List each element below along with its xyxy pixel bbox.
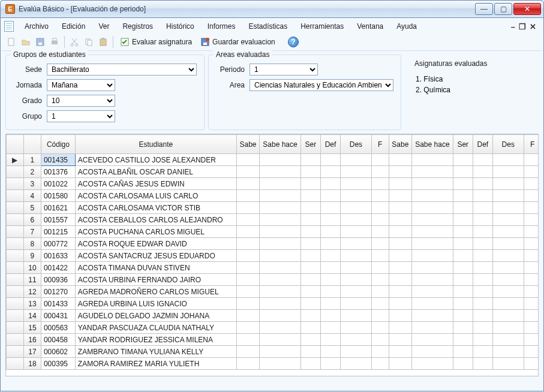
cell-empty[interactable] — [300, 358, 320, 370]
cell-empty[interactable] — [412, 154, 453, 166]
cell-empty[interactable] — [236, 166, 259, 178]
open-icon[interactable] — [20, 36, 32, 48]
minimize-button[interactable]: — — [475, 3, 493, 15]
menu-registros[interactable]: Registros — [116, 20, 159, 32]
cell-empty[interactable] — [320, 202, 340, 214]
cell-codigo[interactable]: 001215 — [41, 226, 75, 238]
cell-empty[interactable] — [524, 310, 538, 322]
cell-estudiante[interactable]: ACEVEDO CASTILLO JOSE ALEXANDER — [75, 154, 236, 166]
cell-empty[interactable] — [473, 298, 492, 310]
cell-empty[interactable] — [236, 238, 259, 250]
cell-empty[interactable] — [389, 214, 411, 226]
cell-empty[interactable] — [260, 154, 301, 166]
cell-empty[interactable] — [389, 274, 411, 286]
cell-empty[interactable] — [412, 202, 453, 214]
periodo-select[interactable]: 1 — [250, 64, 318, 76]
close-button[interactable]: ✕ — [513, 3, 541, 15]
cell-empty[interactable] — [341, 154, 372, 166]
cell-empty[interactable] — [371, 238, 389, 250]
cell-empty[interactable] — [389, 358, 411, 370]
cell-codigo[interactable]: 001580 — [41, 190, 75, 202]
menu-ver[interactable]: Ver — [92, 20, 115, 32]
cell-empty[interactable] — [389, 226, 411, 238]
cell-empty[interactable] — [341, 334, 372, 346]
cell-estudiante[interactable]: AGREDA MADROÑERO CARLOS MIGUEL — [75, 286, 236, 298]
cell-empty[interactable] — [320, 310, 340, 322]
cell-empty[interactable] — [320, 334, 340, 346]
cell-empty[interactable] — [341, 250, 372, 262]
table-row[interactable]: 2001376ACOSTA ALBAÑIL OSCAR DANIEL — [7, 166, 539, 178]
cell-codigo[interactable]: 001621 — [41, 202, 75, 214]
col-f-1[interactable]: F — [371, 135, 389, 154]
cell-empty[interactable] — [236, 154, 259, 166]
cell-empty[interactable] — [412, 334, 453, 346]
cell-empty[interactable] — [389, 310, 411, 322]
cell-empty[interactable] — [341, 202, 372, 214]
cell-empty[interactable] — [260, 166, 301, 178]
cut-icon[interactable] — [68, 36, 80, 48]
cell-empty[interactable] — [492, 178, 524, 190]
cell-empty[interactable] — [492, 274, 524, 286]
cell-empty[interactable] — [260, 238, 301, 250]
cell-empty[interactable] — [412, 310, 453, 322]
table-row[interactable]: 6001557ACOSTA CEBALLOS CARLOS ALEJANDRO — [7, 214, 539, 226]
cell-codigo[interactable]: 000563 — [41, 322, 75, 334]
cell-empty[interactable] — [524, 190, 538, 202]
menu-informes[interactable]: Informes — [202, 20, 242, 32]
cell-empty[interactable] — [320, 238, 340, 250]
table-row[interactable]: 9001633ACOSTA SANTACRUZ JESUS EDUARDO — [7, 250, 539, 262]
cell-empty[interactable] — [524, 166, 538, 178]
cell-empty[interactable] — [412, 166, 453, 178]
cell-empty[interactable] — [320, 178, 340, 190]
cell-estudiante[interactable]: ACOSTA URBINA FERNANDO JAIRO — [75, 274, 236, 286]
cell-empty[interactable] — [236, 262, 259, 274]
cell-empty[interactable] — [453, 214, 473, 226]
cell-empty[interactable] — [341, 238, 372, 250]
cell-empty[interactable] — [492, 190, 524, 202]
cell-estudiante[interactable]: ACOSTA CARLOSAMA LUIS CARLO — [75, 190, 236, 202]
cell-empty[interactable] — [412, 178, 453, 190]
students-grid[interactable]: Código Estudiante Sabe Sabe hace Ser Def… — [5, 134, 539, 376]
cell-empty[interactable] — [412, 346, 453, 358]
cell-empty[interactable] — [412, 190, 453, 202]
maximize-button[interactable]: ▢ — [494, 3, 512, 15]
cell-empty[interactable] — [341, 358, 372, 370]
cell-empty[interactable] — [300, 286, 320, 298]
cell-empty[interactable] — [320, 166, 340, 178]
table-row[interactable]: ▶1001435ACEVEDO CASTILLO JOSE ALEXANDER — [7, 154, 539, 166]
cell-estudiante[interactable]: ACOSTA PUCHANA CARLOS MIGUEL — [75, 226, 236, 238]
cell-empty[interactable] — [473, 214, 492, 226]
cell-empty[interactable] — [320, 358, 340, 370]
table-row[interactable]: 18000395ZAMORA RAMIREZ MARIA YULIETH — [7, 358, 539, 370]
cell-empty[interactable] — [300, 238, 320, 250]
menu-herramientas[interactable]: Herramientas — [294, 20, 350, 32]
sede-select[interactable]: Bachillerato — [47, 64, 197, 76]
mdi-minimize-button[interactable]: – — [511, 22, 515, 31]
cell-codigo[interactable]: 001557 — [41, 214, 75, 226]
cell-empty[interactable] — [524, 238, 538, 250]
cell-empty[interactable] — [492, 238, 524, 250]
cell-empty[interactable] — [389, 322, 411, 334]
cell-empty[interactable] — [473, 262, 492, 274]
cell-empty[interactable] — [412, 262, 453, 274]
cell-empty[interactable] — [389, 250, 411, 262]
cell-empty[interactable] — [236, 358, 259, 370]
area-select[interactable]: Ciencias Naturales y Educación Ambiental — [250, 79, 393, 91]
cell-empty[interactable] — [453, 154, 473, 166]
cell-empty[interactable] — [453, 334, 473, 346]
cell-empty[interactable] — [453, 346, 473, 358]
cell-empty[interactable] — [524, 154, 538, 166]
mdi-close-button[interactable]: ✕ — [530, 22, 536, 31]
new-icon[interactable] — [5, 36, 17, 48]
cell-empty[interactable] — [473, 154, 492, 166]
cell-empty[interactable] — [389, 298, 411, 310]
cell-empty[interactable] — [371, 190, 389, 202]
cell-empty[interactable] — [453, 238, 473, 250]
cell-empty[interactable] — [300, 250, 320, 262]
cell-empty[interactable] — [473, 274, 492, 286]
cell-empty[interactable] — [260, 250, 301, 262]
cell-empty[interactable] — [236, 190, 259, 202]
cell-codigo[interactable]: 000936 — [41, 274, 75, 286]
cell-empty[interactable] — [236, 250, 259, 262]
cell-codigo[interactable]: 001435 — [41, 154, 75, 166]
